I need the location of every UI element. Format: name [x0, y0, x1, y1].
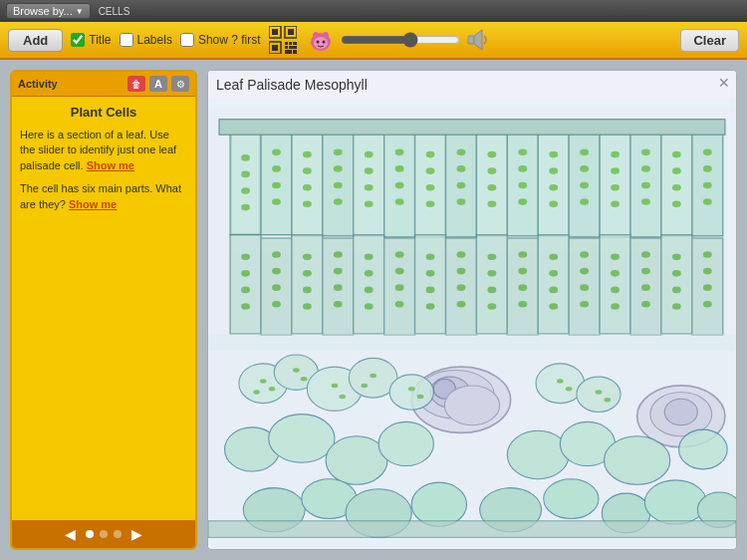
svg-point-70	[457, 182, 466, 189]
svg-point-133	[334, 268, 343, 275]
svg-rect-116	[600, 235, 630, 334]
font-button[interactable]: A	[149, 76, 167, 92]
show-first-label[interactable]: Show ? first	[198, 33, 261, 47]
show-me-2-link[interactable]: Show me	[69, 198, 117, 210]
svg-point-219	[293, 368, 300, 372]
svg-point-230	[605, 398, 612, 402]
svg-point-91	[611, 200, 620, 207]
svg-point-135	[334, 301, 343, 308]
speaker-icon	[464, 26, 492, 54]
svg-point-92	[641, 149, 650, 156]
svg-point-95	[641, 198, 650, 205]
svg-point-151	[457, 301, 466, 308]
svg-point-149	[457, 268, 466, 275]
svg-point-132	[334, 251, 343, 258]
svg-point-18	[322, 41, 325, 44]
svg-point-102	[703, 182, 712, 189]
svg-point-154	[487, 287, 496, 294]
svg-point-52	[334, 149, 343, 156]
svg-rect-31	[476, 129, 507, 236]
close-image-button[interactable]: ✕	[718, 75, 730, 91]
title-checkbox[interactable]	[71, 33, 85, 47]
svg-point-63	[395, 198, 404, 205]
svg-point-48	[303, 151, 312, 158]
svg-point-196	[389, 375, 433, 410]
svg-rect-39	[219, 120, 725, 135]
svg-point-152	[487, 253, 496, 260]
delete-button[interactable]: 🗑	[127, 76, 145, 92]
svg-point-212	[544, 479, 599, 519]
clear-button[interactable]: Clear	[680, 29, 739, 52]
svg-point-88	[611, 151, 620, 158]
svg-point-141	[395, 268, 404, 275]
main-slider[interactable]	[341, 32, 460, 48]
svg-point-148	[457, 251, 466, 258]
svg-point-60	[395, 149, 404, 156]
browse-button[interactable]: Browse by... ▼	[6, 3, 91, 19]
svg-point-126	[272, 284, 281, 291]
svg-point-166	[580, 284, 589, 291]
svg-rect-6	[285, 42, 288, 45]
activity-icons: 🗑 A ⚙	[127, 76, 189, 92]
svg-point-87	[580, 198, 589, 205]
settings-button[interactable]: ⚙	[171, 76, 189, 92]
svg-point-165	[580, 268, 589, 275]
svg-point-78	[518, 182, 527, 189]
add-button[interactable]: Add	[8, 29, 63, 52]
nav-next-button[interactable]: ▶	[127, 524, 146, 544]
svg-point-191	[664, 399, 697, 425]
svg-point-81	[549, 167, 558, 174]
cell-image-svg	[208, 99, 736, 547]
svg-point-124	[272, 251, 281, 258]
show-first-checkbox[interactable]	[180, 33, 194, 47]
svg-point-51	[303, 200, 312, 207]
svg-point-202	[378, 421, 433, 465]
svg-point-163	[549, 303, 558, 310]
svg-point-174	[641, 284, 650, 291]
svg-point-122	[241, 287, 250, 294]
svg-rect-35	[600, 127, 630, 236]
activity-header-label: Activity	[18, 78, 58, 90]
nav-prev-button[interactable]: ◀	[61, 524, 80, 544]
svg-point-217	[269, 387, 276, 391]
image-panel: Leaf Palisade Mesophyll ✕	[207, 70, 737, 550]
svg-point-84	[580, 149, 589, 156]
title-checkbox-group: Title	[71, 33, 111, 47]
activity-text-2: The cell has six main parts. What are th…	[20, 181, 187, 212]
show-me-1-link[interactable]: Show me	[87, 159, 134, 171]
activity-panel: Activity 🗑 A ⚙ Plant Cells Here is a sec…	[10, 70, 197, 550]
svg-point-68	[457, 149, 466, 156]
microscope-image	[208, 99, 736, 547]
show-first-checkbox-group: Show ? first	[180, 33, 261, 47]
svg-point-93	[641, 165, 650, 172]
svg-point-89	[611, 167, 620, 174]
svg-point-55	[334, 198, 343, 205]
svg-point-57	[365, 167, 374, 174]
svg-point-226	[417, 395, 424, 399]
svg-point-136	[365, 253, 374, 260]
title-label[interactable]: Title	[89, 33, 111, 47]
activity-content-title: Plant Cells	[20, 105, 187, 120]
svg-rect-25	[292, 129, 323, 236]
svg-point-183	[703, 301, 712, 308]
svg-point-41	[241, 171, 250, 178]
svg-point-129	[303, 270, 312, 277]
svg-point-160	[549, 253, 558, 260]
svg-point-80	[549, 151, 558, 158]
svg-point-74	[487, 184, 496, 191]
svg-point-58	[365, 184, 374, 191]
svg-rect-104	[230, 235, 261, 334]
svg-rect-22	[230, 131, 261, 235]
labels-label[interactable]: Labels	[137, 33, 172, 47]
browse-label: Browse by...	[13, 5, 73, 17]
svg-point-177	[672, 270, 681, 277]
svg-point-181	[703, 268, 712, 275]
activity-nav: ◀ ▶	[12, 520, 195, 548]
svg-point-175	[641, 301, 650, 308]
svg-point-86	[580, 182, 589, 189]
svg-point-146	[426, 287, 435, 294]
svg-point-188	[444, 386, 499, 425]
svg-point-49	[303, 167, 312, 174]
svg-marker-20	[474, 30, 482, 50]
labels-checkbox[interactable]	[120, 33, 133, 47]
